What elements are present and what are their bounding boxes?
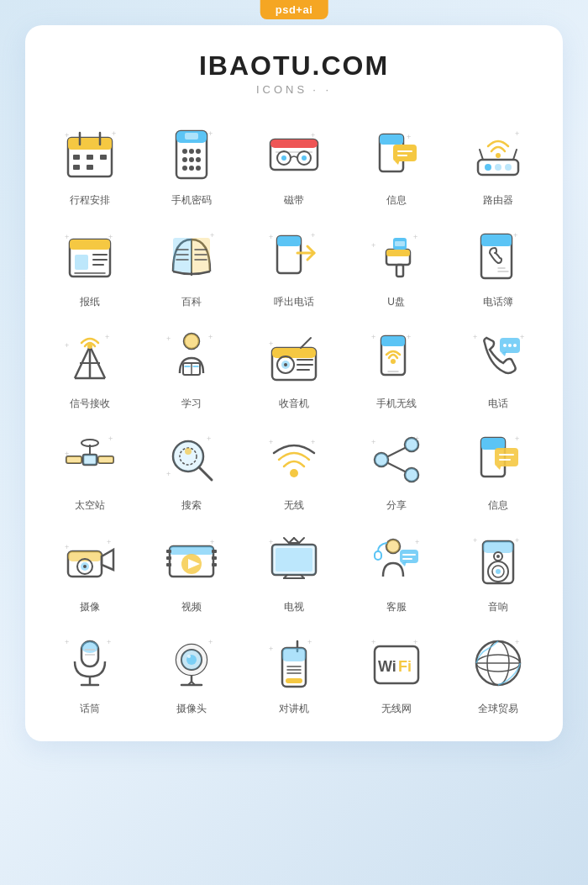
svg-rect-100 <box>272 348 316 358</box>
icon-label: 无线网 <box>381 702 412 716</box>
svg-rect-25 <box>270 140 318 148</box>
list-item: Wi Fi + + 无线网 <box>349 630 444 716</box>
list-item: + + 摄像 <box>42 528 138 614</box>
list-item: + + 信号接收 <box>42 324 138 411</box>
svg-line-183 <box>299 538 304 543</box>
site-title: IBAOTU.COM <box>199 50 389 82</box>
svg-text:+: + <box>65 450 69 458</box>
svg-point-15 <box>189 149 194 154</box>
svg-text:+: + <box>371 333 375 341</box>
phonebook-icon: + <box>465 223 532 290</box>
list-item: + 客服 <box>349 528 444 614</box>
svg-point-118 <box>513 344 517 347</box>
svg-text:+: + <box>473 536 477 545</box>
svg-point-117 <box>508 344 512 347</box>
study-icon: + + <box>158 324 225 392</box>
svg-rect-7 <box>73 165 80 170</box>
svg-rect-75 <box>395 241 405 246</box>
svg-text:+: + <box>210 231 214 240</box>
svg-rect-210 <box>81 641 98 653</box>
svg-text:+: + <box>208 129 213 138</box>
list-item: + + 行程安排 <box>42 121 138 208</box>
svg-line-151 <box>388 463 405 471</box>
svg-rect-201 <box>483 541 513 553</box>
list-item: + + U盘 <box>349 223 444 309</box>
call-out-icon: + + <box>260 223 328 290</box>
icon-label: 对讲机 <box>279 702 309 716</box>
svg-text:+: + <box>515 129 519 138</box>
svg-point-138 <box>185 448 192 455</box>
svg-text:+: + <box>166 470 171 478</box>
svg-rect-73 <box>396 265 403 277</box>
icon-label: 全球贸易 <box>478 702 518 716</box>
icon-label: 电话 <box>488 397 508 411</box>
svg-text:+: + <box>210 538 214 546</box>
svg-point-165 <box>83 565 87 568</box>
list-item: + + 学习 <box>144 324 240 411</box>
service-icon: + <box>363 528 430 595</box>
svg-text:+: + <box>311 131 315 140</box>
svg-point-43 <box>505 164 512 171</box>
phone-call-icon: + + <box>465 324 532 392</box>
svg-rect-176 <box>212 563 217 566</box>
svg-text:+: + <box>407 133 411 141</box>
svg-point-149 <box>405 468 418 482</box>
icon-label: 百科 <box>181 295 202 309</box>
icon-label: 学习 <box>181 397 202 411</box>
svg-rect-174 <box>212 550 217 553</box>
radio-icon: + <box>260 324 328 392</box>
svg-text:+: + <box>65 543 69 551</box>
svg-point-16 <box>196 149 201 154</box>
walkie-icon: + + <box>260 630 328 697</box>
svg-text:+: + <box>107 638 111 646</box>
svg-point-39 <box>496 153 501 158</box>
svg-rect-155 <box>481 438 505 450</box>
svg-rect-234 <box>286 678 302 683</box>
svg-rect-4 <box>73 155 80 160</box>
icon-label: 太空站 <box>75 498 105 513</box>
svg-rect-67 <box>277 236 301 246</box>
svg-rect-172 <box>166 556 171 560</box>
svg-text:+: + <box>307 638 312 646</box>
webcam-icon: + <box>158 630 225 697</box>
icon-label: 手机无线 <box>376 397 417 411</box>
svg-text:+: + <box>413 638 417 646</box>
list-item: + 摄像头 <box>144 630 240 716</box>
svg-text:+: + <box>415 435 419 443</box>
icon-label: 分享 <box>386 498 407 513</box>
svg-text:+: + <box>65 341 69 350</box>
list-item: + + 搜索 <box>144 426 240 513</box>
svg-point-111 <box>391 359 396 364</box>
svg-text:+: + <box>311 438 315 446</box>
list-item: + + 报纸 <box>42 223 138 309</box>
card-subtitle: ICONS · · <box>256 83 332 96</box>
svg-text:+: + <box>108 233 113 241</box>
router-icon: + <box>465 121 532 188</box>
list-item: + + 手机无线 <box>349 324 444 411</box>
svg-text:+: + <box>112 129 116 138</box>
svg-rect-187 <box>276 548 312 572</box>
wifi-icon: + + <box>260 426 328 493</box>
svg-rect-58 <box>192 238 210 273</box>
share-icon: + + <box>363 426 430 493</box>
svg-rect-230 <box>282 648 306 661</box>
newspaper-icon: + + <box>56 223 123 290</box>
icon-label: 搜索 <box>181 498 202 513</box>
svg-text:+: + <box>371 241 375 250</box>
list-item: + 电视 <box>246 528 342 614</box>
svg-rect-13 <box>185 133 198 140</box>
format-badge: psd+ai <box>260 0 328 19</box>
svg-text:+: + <box>208 638 213 646</box>
svg-line-180 <box>284 538 289 543</box>
list-item: + + 话筒 <box>42 630 138 716</box>
svg-point-41 <box>485 164 491 171</box>
svg-point-147 <box>375 453 388 466</box>
svg-text:+: + <box>269 233 273 241</box>
icon-label: 视频 <box>181 600 202 614</box>
svg-text:+: + <box>105 333 109 341</box>
svg-rect-156 <box>495 448 518 466</box>
list-item: + 收音机 <box>246 324 342 411</box>
icon-label: 报纸 <box>80 295 100 309</box>
svg-rect-1 <box>68 138 112 150</box>
list-item: + 全球贸易 <box>450 630 546 716</box>
